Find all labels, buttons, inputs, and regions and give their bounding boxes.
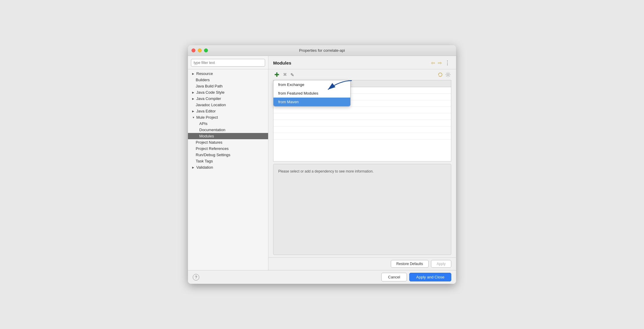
sidebar-item-label: APIs [199,121,207,126]
sidebar-item-label: Project Natures [196,140,223,145]
sidebar-item-validation[interactable]: Validation [188,164,268,170]
table-row [273,133,451,140]
sidebar-item-label: Resource [196,71,213,76]
chevron-icon [192,116,195,119]
remove-button[interactable]: ✖ [282,72,288,78]
filter-wrap [188,56,268,69]
sidebar-item-label: Mule Project [196,115,218,120]
table-row [273,126,451,133]
table-row [273,107,451,113]
refresh-icon[interactable] [437,71,444,78]
table-row [273,120,451,126]
toolbar: ✚ ✖ ✎ [268,69,456,80]
more-options-button[interactable]: ⋮ [444,59,451,67]
sidebar-item-apis[interactable]: APIs [188,120,268,127]
help-button[interactable]: ? [193,274,199,281]
sidebar-item-label: Run/Debug Settings [196,153,230,157]
info-text: Please select or add a dependency to see… [278,169,374,173]
info-area: Please select or add a dependency to see… [273,164,451,255]
sidebar-item-label: Validation [196,165,213,170]
bottom-buttons: Restore Defaults Apply [268,257,456,270]
add-dropdown: from Exchange from Featured Modules from… [273,80,351,106]
window-title: Properties for correlate-api [299,48,345,53]
sidebar-item-label: Java Build Path [196,84,223,88]
sidebar-item-project-references[interactable]: Project References [188,145,268,152]
properties-window: Properties for correlate-api Resource Bu… [188,45,456,284]
cancel-button[interactable]: Cancel [381,273,407,281]
sidebar-item-label: Project References [196,146,229,151]
table-row [273,113,451,120]
add-button[interactable]: ✚ [273,71,281,78]
chevron-icon [192,91,195,94]
sidebar-item-resource[interactable]: Resource [188,70,268,77]
sidebar-item-label: Java Compiler [196,96,221,101]
forward-button[interactable]: ⇨ [437,59,443,66]
sidebar-item-javadoc[interactable]: Javadoc Location [188,102,268,108]
dropdown-item-label: from Featured Modules [278,91,318,95]
back-button[interactable]: ⇦ [430,59,436,66]
toolbar-icons [437,71,451,78]
chevron-icon [192,110,195,113]
sidebar-item-label: Javadoc Location [196,103,226,107]
traffic-lights [192,48,208,52]
chevron-icon [192,166,195,169]
sidebar-item-java-code-style[interactable]: Java Code Style [188,89,268,95]
right-panel: Modules ⇦ ⇨ ⋮ ✚ ✖ ✎ [268,56,456,270]
sidebar-item-label: Documentation [199,128,225,132]
sidebar-item-java-compiler[interactable]: Java Compiler [188,95,268,102]
sidebar-item-task-tags[interactable]: Task Tags [188,158,268,164]
sidebar-item-java-build-path[interactable]: Java Build Path [188,83,268,89]
sidebar-item-label: Java Code Style [196,90,225,95]
restore-defaults-button[interactable]: Restore Defaults [391,260,429,268]
dropdown-item-featured[interactable]: from Featured Modules [273,89,350,98]
sidebar-item-mule-project[interactable]: Mule Project [188,114,268,120]
help-icon-label: ? [195,275,197,279]
panel-title: Modules [273,60,427,65]
sidebar-item-java-editor[interactable]: Java Editor [188,108,268,114]
chevron-icon [192,97,195,100]
sidebar-item-documentation[interactable]: Documentation [188,127,268,133]
filter-input[interactable] [191,59,265,67]
sidebar-item-builders[interactable]: Builders [188,77,268,83]
dropdown-item-label: from Maven [278,100,299,104]
sidebar-item-run-debug[interactable]: Run/Debug Settings [188,152,268,158]
apply-close-button[interactable]: Apply and Close [409,273,451,281]
maximize-button[interactable] [204,48,208,52]
sidebar-item-modules[interactable]: Modules [188,133,268,139]
apply-button[interactable]: Apply [431,260,451,268]
footer: ? Cancel Apply and Close [188,270,456,284]
sidebar-item-label: Java Editor [196,109,216,113]
main-content: Resource Builders Java Build Path Java C… [188,56,456,270]
sidebar-tree: Resource Builders Java Build Path Java C… [188,69,268,270]
edit-button[interactable]: ✎ [289,72,295,78]
title-bar: Properties for correlate-api [188,45,456,56]
sidebar-item-label: Builders [196,78,210,82]
sidebar-item-project-natures[interactable]: Project Natures [188,139,268,145]
svg-point-0 [447,74,449,76]
close-button[interactable] [192,48,195,52]
settings-icon[interactable] [445,71,451,78]
chevron-icon [192,72,195,75]
dropdown-item-maven[interactable]: from Maven [273,98,350,106]
minimize-button[interactable] [198,48,202,52]
panel-header: Modules ⇦ ⇨ ⋮ [268,56,456,69]
dropdown-item-exchange[interactable]: from Exchange [273,80,350,89]
sidebar: Resource Builders Java Build Path Java C… [188,56,268,270]
sidebar-item-label: Task Tags [196,159,213,163]
nav-buttons: ⇦ ⇨ ⋮ [430,59,451,67]
dropdown-item-label: from Exchange [278,82,304,87]
sidebar-item-label: Modules [199,134,214,138]
